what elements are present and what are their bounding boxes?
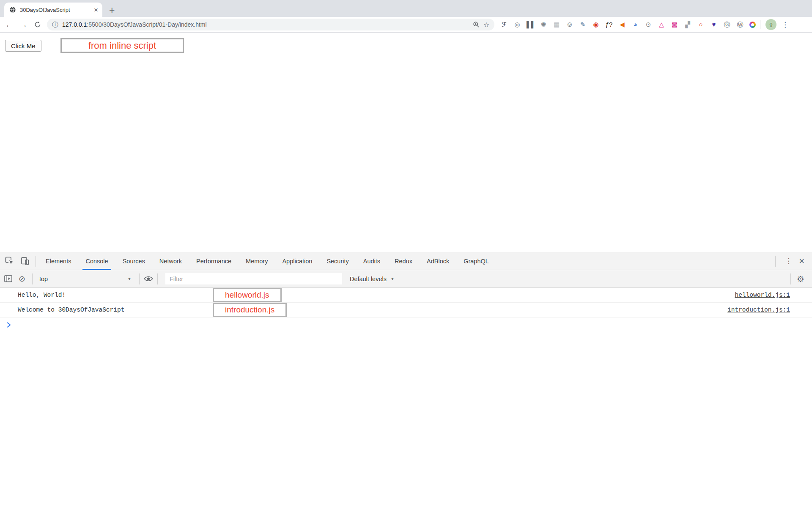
toolbar-separator: [760, 20, 760, 29]
console-message-text: Welcome to 30DaysOfJavaScript: [18, 306, 124, 313]
devtools-tab-audits[interactable]: Audits: [356, 252, 387, 270]
address-bar[interactable]: ⓘ 127.0.0.1:5500/30DaysOfJavaScript/01-D…: [47, 19, 494, 30]
live-expression-eye-icon[interactable]: [144, 276, 153, 282]
browser-menu-kebab-icon[interactable]: ⋮: [782, 20, 789, 29]
bug-extension-icon[interactable]: ✺: [540, 21, 547, 28]
forward-icon[interactable]: →: [19, 21, 27, 29]
context-label: top: [39, 276, 48, 282]
console-toolbar-separator: [157, 273, 158, 284]
console-message-row: Welcome to 30DaysOfJavaScript introducti…: [0, 303, 812, 318]
devtools-tab-graphql[interactable]: GraphQL: [456, 252, 496, 270]
devtools-separator: [36, 256, 36, 267]
eyedropper-extension-icon[interactable]: ✎: [579, 21, 587, 28]
devtools-close-icon[interactable]: ×: [799, 257, 804, 266]
megaphone-extension-icon[interactable]: ◀: [618, 21, 626, 28]
url-host: 127.0.0.1: [62, 21, 87, 28]
inspect-element-icon[interactable]: [5, 257, 14, 265]
devtools-menu-kebab-icon[interactable]: ⋮: [785, 257, 792, 265]
pink-triangle-extension-icon[interactable]: △: [658, 21, 665, 28]
recorder-target-extension-icon[interactable]: ◎: [513, 21, 521, 28]
inline-script-box: from inline script: [60, 38, 184, 53]
g-circle-extension-icon[interactable]: Ⓖ: [723, 21, 731, 28]
console-prompt-row[interactable]: [0, 318, 812, 332]
devtools-tab-console[interactable]: Console: [78, 252, 115, 270]
bookmark-star-icon[interactable]: ☆: [483, 21, 489, 29]
devtools-tab-application[interactable]: Application: [275, 252, 319, 270]
click-me-button[interactable]: Click Me: [5, 40, 41, 52]
tab-close-icon[interactable]: ×: [94, 6, 98, 14]
site-info-icon[interactable]: ⓘ: [52, 21, 58, 29]
log-levels-label: Default levels: [350, 276, 387, 282]
devtools-tab-security[interactable]: Security: [319, 252, 356, 270]
console-source-link[interactable]: helloworld.js:1: [735, 292, 790, 298]
new-tab-button[interactable]: +: [109, 6, 115, 15]
url-text: 127.0.0.1:5500/30DaysOfJavaScript/01-Day…: [62, 21, 207, 28]
browser-toolbar: ← → ⓘ 127.0.0.1:5500/30DaysOfJavaScript/…: [0, 17, 812, 33]
devtools-tabs: ElementsConsoleSourcesNetworkPerformance…: [38, 252, 496, 270]
gray-blocks-extension-icon[interactable]: ▞: [684, 21, 691, 28]
console-prompt-chevron-icon: [7, 322, 11, 328]
devtools-tab-sources[interactable]: Sources: [115, 252, 152, 270]
devtools-tab-elements[interactable]: Elements: [38, 252, 78, 270]
console-messages-area: Hello, World! helloworld.js helloworld.j…: [0, 288, 812, 318]
favicon-globe-icon: [9, 6, 16, 13]
columns-extension-icon[interactable]: ▌▌: [527, 21, 534, 28]
console-annotation-box: introduction.js: [213, 303, 287, 317]
extension-icons-row: ℱ◎▌▌✺▦⊚✎◉ƒ?◀◕⊙△▩▞○♥ⒼⓌ: [500, 21, 756, 28]
console-sidebar-toggle-icon[interactable]: [4, 275, 13, 282]
blue-swirl-extension-icon[interactable]: ◕: [631, 21, 639, 28]
console-filter-input[interactable]: [165, 273, 342, 284]
grid-extension-icon[interactable]: ▦: [553, 21, 560, 28]
log-levels-dropdown[interactable]: Default levels ▼: [350, 276, 395, 282]
clear-console-icon[interactable]: ⊘: [19, 274, 25, 284]
inline-script-text: from inline script: [88, 40, 156, 51]
console-message-text: Hello, World!: [18, 292, 66, 298]
w-circle-extension-icon[interactable]: Ⓦ: [736, 21, 744, 28]
zoom-icon[interactable]: [473, 21, 480, 28]
reload-icon[interactable]: [34, 21, 41, 28]
profile-avatar[interactable]: {}: [765, 19, 776, 30]
devtools-tab-performance[interactable]: Performance: [189, 252, 239, 270]
colorful-ring-extension-icon[interactable]: [749, 22, 756, 28]
json-viewer-extension-icon[interactable]: ⊚: [566, 21, 573, 28]
devtools-tab-redux[interactable]: Redux: [387, 252, 420, 270]
devtools-tab-memory[interactable]: Memory: [239, 252, 275, 270]
script-f-extension-icon[interactable]: ℱ: [500, 21, 508, 28]
devtools-tab-adblock[interactable]: AdBlock: [420, 252, 456, 270]
browser-tab-strip: 30DaysOfJavaScript × +: [0, 0, 812, 17]
back-icon[interactable]: ←: [5, 21, 13, 29]
console-toolbar: ⊘ top ▼ Default levels ▼ ⚙: [0, 270, 812, 288]
console-toolbar-separator: [790, 273, 791, 284]
console-annotation-box: helloworld.js: [213, 288, 282, 302]
pink-grid-extension-icon[interactable]: ▩: [671, 21, 678, 28]
dropdown-caret-icon: ▼: [127, 276, 132, 281]
console-toolbar-separator: [139, 273, 140, 284]
devtools-panel: ElementsConsoleSourcesNetworkPerformance…: [0, 252, 812, 332]
url-path: :5500/30DaysOfJavaScript/01-Day/index.ht…: [87, 21, 206, 28]
page-content: Click Me from inline script: [0, 33, 812, 252]
red-flame-extension-icon[interactable]: ◉: [592, 21, 600, 28]
device-toolbar-icon[interactable]: [20, 257, 30, 265]
console-toolbar-separator: [32, 273, 33, 284]
javascript-context-dropdown[interactable]: top ▼: [35, 276, 137, 282]
fontface-ninja-extension-icon[interactable]: ƒ?: [605, 21, 613, 28]
console-message-row: Hello, World! helloworld.js helloworld.j…: [0, 288, 812, 303]
camera-extension-icon[interactable]: ⊙: [645, 21, 652, 28]
browser-tab[interactable]: 30DaysOfJavaScript ×: [4, 3, 102, 17]
devtools-tab-bar: ElementsConsoleSourcesNetworkPerformance…: [0, 252, 812, 270]
red-ring-extension-icon[interactable]: ○: [697, 21, 705, 28]
console-source-link[interactable]: introduction.js:1: [727, 306, 790, 313]
dropdown-caret-icon: ▼: [390, 276, 395, 281]
purple-heart-extension-icon[interactable]: ♥: [710, 21, 718, 28]
devtools-tab-network[interactable]: Network: [152, 252, 189, 270]
tab-title: 30DaysOfJavaScript: [20, 7, 90, 13]
console-settings-gear-icon[interactable]: ⚙: [797, 274, 804, 284]
devtools-separator: [775, 256, 776, 267]
